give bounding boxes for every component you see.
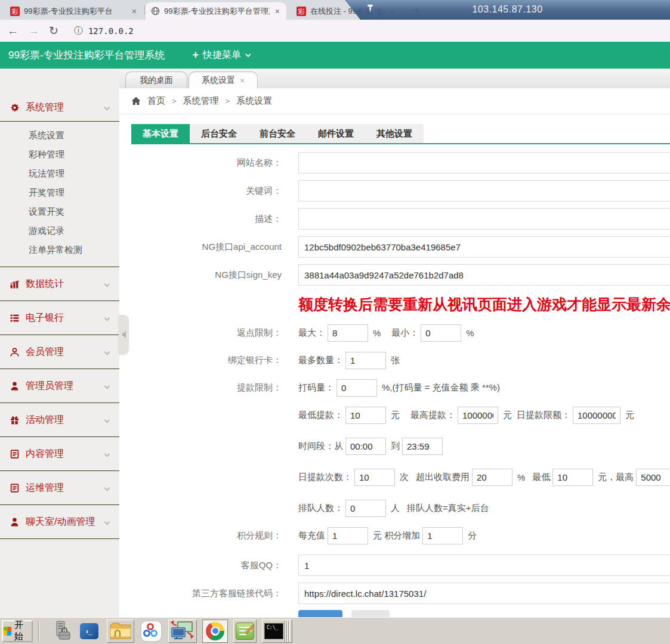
rings-app-icon[interactable] [140, 620, 163, 643]
time-from-input[interactable] [345, 438, 386, 455]
server-manager-icon[interactable] [50, 620, 75, 643]
sidebar-item-system-mgmt[interactable]: 系统管理 [0, 94, 119, 121]
breadcrumb-system-mgmt[interactable]: 系统管理 [183, 95, 219, 107]
gear-icon [10, 103, 20, 113]
turnover-input[interactable] [336, 379, 377, 397]
sidebar-subitem-set-draw[interactable]: 设置开奖 [0, 202, 119, 221]
sidebar-subitem-game-records[interactable]: 游戏记录 [0, 221, 119, 240]
sidebar-subitem-play-mgmt[interactable]: 玩法管理 [0, 164, 119, 183]
service-qq-input[interactable] [298, 555, 670, 576]
rebate-max-input[interactable] [328, 324, 368, 342]
points-per-input[interactable] [328, 527, 368, 544]
tab-label: 系统设置 [202, 75, 235, 86]
site-name-input[interactable] [298, 152, 670, 174]
tab-backend-security[interactable]: 后台安全 [190, 124, 248, 143]
start-button[interactable]: 开始 [2, 620, 33, 642]
turnover-note: %,(打码量 = 充值金额 乘 **%) [382, 382, 500, 394]
sidebar-item-member-mgmt[interactable]: 会员管理 [0, 335, 119, 369]
tab-other-settings[interactable]: 其他设置 [365, 124, 424, 143]
sidebar: 系统管理 系统设置 彩种管理 玩法管理 开奖管理 设置开奖 游戏记录 注单异常检… [0, 69, 119, 617]
points-inc-input[interactable] [422, 527, 463, 544]
powershell-icon[interactable]: ›_ [78, 620, 100, 643]
withdraw-min-input[interactable] [345, 407, 386, 424]
sign-key-label: NG接口sign_key [119, 270, 282, 281]
sidebar-subitem-lottery-mgmt[interactable]: 彩种管理 [0, 145, 119, 164]
bank-unit: 张 [391, 355, 400, 366]
tab-close-icon[interactable]: × [240, 76, 245, 85]
time-to-input[interactable] [402, 438, 443, 455]
breadcrumb-home[interactable]: 首页 [147, 95, 165, 107]
back-icon[interactable]: ← [7, 24, 18, 38]
browser-tab-2-active[interactable]: 99彩票-专业投注购彩平台管理系 × [146, 2, 286, 20]
bank-qty-input[interactable] [345, 352, 386, 369]
sidebar-collapse-handle[interactable] [119, 315, 129, 354]
queue-input[interactable] [345, 500, 386, 517]
workspace-tab-desktop[interactable]: 我的桌面 [125, 72, 187, 88]
sidebar-item-label: 活动管理 [26, 414, 105, 426]
forward-icon[interactable]: → [28, 24, 39, 38]
tab-close-icon[interactable]: × [131, 7, 138, 16]
sidebar-item-activity-mgmt[interactable]: 活动管理 [0, 403, 119, 436]
chevron-down-icon [104, 451, 110, 457]
tab-basic-settings[interactable]: 基本设置 [131, 124, 190, 143]
sidebar-item-e-bank[interactable]: 电子银行 [0, 301, 119, 335]
quick-menu-button[interactable]: + 快捷菜单 [193, 49, 250, 61]
chrome-icon[interactable] [202, 620, 228, 643]
file-explorer-icon[interactable] [107, 620, 134, 643]
reload-icon[interactable]: ↻ [49, 24, 58, 38]
percent-unit: % [373, 328, 381, 338]
sidebar-item-content-mgmt[interactable]: 内容管理 [0, 437, 119, 470]
daily-limit-input[interactable] [573, 407, 620, 424]
admin-user-icon [10, 381, 20, 391]
withdraw-max-label: 最高提款： [410, 410, 455, 421]
keywords-label: 关键词： [119, 185, 282, 197]
submit-button[interactable] [298, 610, 342, 617]
fee-min-input[interactable] [552, 469, 593, 486]
lottery-favicon: 彩 [297, 7, 306, 16]
tab-mail-settings[interactable]: 邮件设置 [307, 124, 365, 143]
yuan-unit: 元 [625, 410, 634, 421]
sidebar-item-chatroom-mgmt[interactable]: 聊天室/动画管理 [0, 505, 119, 538]
sidebar-item-admin-mgmt[interactable]: 管理员管理 [0, 369, 119, 402]
excess-fee-input[interactable] [472, 469, 512, 486]
command-prompt-icon[interactable]: C:\_ [262, 620, 292, 643]
balance-warning-text: 额度转换后需要重新从视讯页面进入游戏才能显示最新余额 [298, 295, 670, 314]
sidebar-item-ops-mgmt[interactable]: 运维管理 [0, 471, 119, 504]
system-submenu: 系统设置 彩种管理 玩法管理 开奖管理 设置开奖 游戏记录 注单异常检测 [0, 122, 119, 267]
tab-close-icon[interactable]: × [274, 7, 281, 16]
notepad-plus-plus-icon[interactable] [233, 620, 257, 643]
sidebar-item-label: 内容管理 [26, 448, 105, 460]
settings-tab-bar: 基本设置 后台安全 前台安全 邮件设置 其他设置 [131, 124, 670, 144]
reset-button[interactable] [351, 610, 390, 617]
app-title: 99彩票-专业投注购彩平台管理系统 [8, 48, 165, 62]
sidebar-item-data-stats[interactable]: 数据统计 [0, 267, 119, 301]
sign-key-input[interactable] [298, 264, 670, 286]
address-bar[interactable]: ⓘ 127.0.0.2 [74, 25, 134, 36]
tab-frontend-security[interactable]: 前台安全 [248, 124, 307, 143]
breadcrumb: 首页 > 系统管理 > 系统设置 [119, 88, 670, 114]
time-range-label: 时间段： [298, 441, 334, 452]
chevron-down-icon [104, 383, 110, 389]
third-party-chat-input[interactable] [298, 583, 670, 604]
site-info-icon[interactable]: ⓘ [74, 25, 83, 36]
sidebar-subitem-bet-anomaly[interactable]: 注单异常检测 [0, 240, 119, 259]
withdraw-max-input[interactable] [458, 407, 498, 424]
rebate-limit-label: 返点限制： [119, 327, 282, 339]
api-account-input[interactable] [298, 236, 670, 258]
rdp-connection-bar[interactable]: 103.145.87.130 [345, 0, 670, 20]
fee-between-label: 元，最高 [598, 472, 634, 483]
fee-max-input[interactable] [636, 469, 670, 486]
time-from-label: 从 [334, 441, 343, 452]
workspace-tab-settings-active[interactable]: 系统设置 × [189, 72, 258, 88]
sidebar-subitem-draw-mgmt[interactable]: 开奖管理 [0, 183, 119, 202]
sidebar-subitem-system-settings[interactable]: 系统设置 [0, 126, 119, 145]
keywords-input[interactable] [298, 180, 670, 202]
rebate-min-input[interactable] [421, 324, 461, 342]
daily-times-input[interactable] [354, 469, 395, 486]
remote-desktop-icon[interactable] [168, 620, 197, 643]
chevron-down-icon [104, 349, 110, 355]
chevron-down-icon [245, 51, 251, 57]
description-input[interactable] [298, 208, 670, 230]
browser-tab-1[interactable]: 彩 99彩票-专业投注购彩平台 × [5, 2, 143, 20]
grouped-windows-indicator [285, 621, 290, 642]
